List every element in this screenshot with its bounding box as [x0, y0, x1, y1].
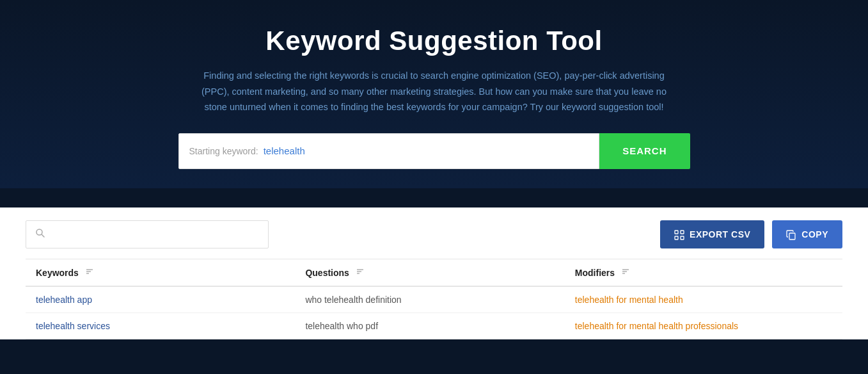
- svg-rect-2: [675, 231, 678, 234]
- grid-icon: [674, 229, 684, 240]
- filter-input[interactable]: [51, 229, 259, 240]
- question-link[interactable]: who telehealth definition: [305, 295, 401, 305]
- hero-section: Keyword Suggestion Tool Finding and sele…: [0, 0, 868, 188]
- table-row: telehealth services telehealth who pdf t…: [26, 313, 842, 339]
- table-row: telehealth app who telehealth definition…: [26, 286, 842, 313]
- search-input-container: Starting keyword:: [178, 133, 600, 169]
- page-title: Keyword Suggestion Tool: [13, 26, 855, 56]
- export-csv-label: EXPORT CSV: [690, 229, 750, 240]
- table-header-row: Keywords Questions: [26, 259, 842, 286]
- modifier-link[interactable]: telehealth for mental health professiona…: [575, 321, 738, 331]
- modifier-cell: telehealth for mental health professiona…: [565, 313, 842, 339]
- svg-line-1: [42, 234, 45, 237]
- copy-button[interactable]: COPY: [772, 220, 842, 248]
- question-cell: telehealth who pdf: [295, 313, 564, 339]
- modifier-link[interactable]: telehealth for mental health: [575, 295, 683, 305]
- search-bar: Starting keyword: SEARCH: [178, 133, 690, 169]
- search-label: Starting keyword:: [189, 146, 258, 156]
- question-cell: who telehealth definition: [295, 286, 564, 313]
- toolbar-actions: EXPORT CSV COPY: [660, 220, 842, 248]
- copy-label: COPY: [801, 229, 828, 240]
- filter-input-container: [26, 220, 269, 248]
- header-modifiers: Modifiers: [565, 259, 842, 286]
- results-table: Keywords Questions: [26, 259, 842, 339]
- results-toolbar: EXPORT CSV COPY: [26, 220, 842, 248]
- keyword-cell: telehealth services: [26, 313, 295, 339]
- search-icon: [35, 228, 45, 241]
- keyword-link[interactable]: telehealth app: [36, 295, 92, 305]
- sort-modifiers-icon[interactable]: [621, 267, 630, 278]
- svg-rect-6: [789, 233, 795, 240]
- svg-rect-4: [675, 236, 678, 240]
- keyword-link[interactable]: telehealth services: [36, 321, 110, 331]
- sort-questions-icon[interactable]: [356, 267, 365, 278]
- question-link[interactable]: telehealth who pdf: [305, 321, 378, 331]
- svg-rect-5: [681, 236, 684, 240]
- sort-keywords-icon[interactable]: [85, 267, 94, 278]
- results-section: EXPORT CSV COPY Keywords: [0, 207, 868, 339]
- search-input[interactable]: [264, 145, 588, 156]
- svg-point-0: [36, 229, 42, 235]
- copy-icon: [786, 229, 796, 240]
- keyword-cell: telehealth app: [26, 286, 295, 313]
- header-questions: Questions: [295, 259, 564, 286]
- svg-rect-3: [681, 231, 684, 234]
- search-button[interactable]: SEARCH: [599, 133, 690, 169]
- modifier-cell: telehealth for mental health: [565, 286, 842, 313]
- hero-description: Finding and selecting the right keywords…: [191, 68, 677, 115]
- header-keywords: Keywords: [26, 259, 295, 286]
- export-csv-button[interactable]: EXPORT CSV: [660, 220, 764, 248]
